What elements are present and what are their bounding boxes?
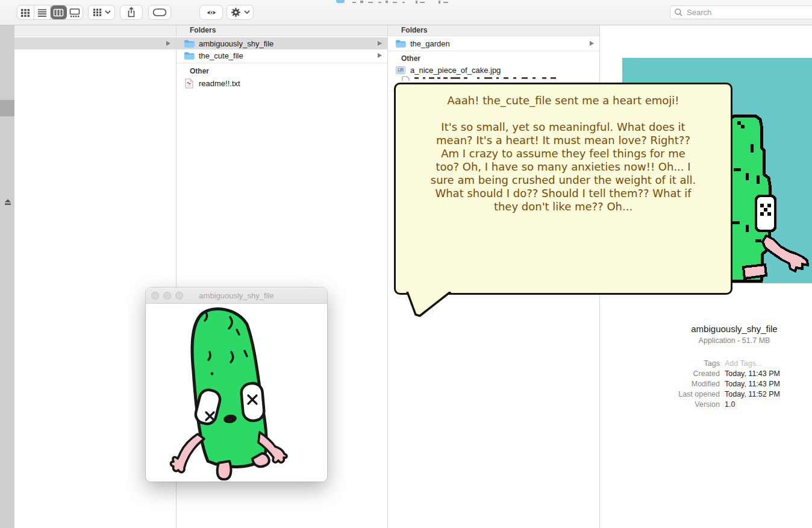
gallery-icon [69,8,80,17]
list-item-cake-jpg[interactable]: a_nice_piece_of_cake.jpg [388,64,599,76]
group-grid-icon [93,8,102,17]
file-icon [402,76,410,81]
speech-line: sure am being crushed under the weight o… [396,174,731,187]
proxy-folder-icon [336,0,345,3]
drawn-character-image [146,304,327,482]
speech-line: mean? It's a heart! It must mean love? R… [396,134,731,147]
list-item-label: readme!!.txt [199,79,240,88]
search-field[interactable] [670,5,812,19]
list-view-button[interactable] [34,5,51,19]
list-icon [37,8,47,17]
detail-row-version: Version 1.0 [600,400,812,410]
speech-line: What should I do?? Should I tell them?? … [396,187,731,200]
collapsed-sidebar [0,25,14,528]
add-tags-field[interactable]: Add Tags... [725,359,762,369]
speech-line: Aaah! the_cute_file sent me a heart emoj… [396,94,731,107]
detail-row-tags: Tags Add Tags... [600,359,812,369]
list-item-label: the_garden [410,39,450,48]
gear-icon [231,7,241,17]
zoom-button[interactable] [175,292,183,300]
list-item-the-cute-file[interactable]: the_cute_file [176,49,387,61]
preview-file-name: ambiguously_shy_file [622,324,812,334]
group-header-other: Other [388,51,599,64]
pixel-character-image [729,112,812,283]
list-item-label: a_nice_piece_of_cake.jpg [410,66,501,75]
tag-icon [152,8,167,17]
columns-icon [53,8,64,17]
grid-icon [20,8,30,17]
disclosure-arrow-icon [378,41,382,46]
character-window: ambiguously_shy_file [146,288,327,482]
tag-button[interactable] [148,5,171,20]
text-file-icon [184,78,195,89]
detail-row-created: Created Today, 11:43 PM [600,369,812,379]
folder-icon [184,51,195,60]
eject-icon[interactable] [4,198,12,206]
character-window-titlebar[interactable]: ambiguously_shy_file [146,288,327,304]
speech-line: Am I crazy to assume they feel things fo… [396,147,731,160]
group-header-folders: Folders [176,25,387,36]
speech-line: they don't like me?? Oh... [396,200,731,213]
list-item-the-garden[interactable]: the_garden [388,37,599,49]
chevron-down-icon [244,10,250,14]
sidebar-scroll-block [0,100,14,116]
group-menu-button[interactable] [88,5,115,20]
group-header-other: Other [176,63,387,77]
finder-window: Folders ambiguously_shy_file the_cute_fi… [0,0,812,528]
detail-row-last-opened: Last opened Today, 11:52 PM [600,389,812,400]
list-item-label: the_cute_file [199,51,243,60]
speech-bubble: Aaah! the_cute_file sent me a heart emoj… [394,83,732,295]
gallery-view-button[interactable] [67,5,83,19]
close-button[interactable] [151,292,159,300]
disclosure-arrow-icon [590,41,594,46]
share-button[interactable] [120,5,143,20]
disclosure-arrow-icon [166,41,170,46]
detail-row-modified: Modified Today, 11:43 PM [600,379,812,389]
eye-icon [206,8,217,17]
quick-look-button[interactable] [199,5,223,20]
selected-parent-row[interactable] [14,37,176,49]
speech-bubble-tail [400,292,458,319]
character-window-title: ambiguously_shy_file [199,291,273,300]
list-item-ambiguously-shy-file[interactable]: ambiguously_shy_file [176,37,387,49]
folder-icon [184,39,195,48]
list-item-readme-txt[interactable]: readme!!.txt [176,77,387,89]
speech-line: too? Oh, I have so many anxieties now!! … [396,160,731,174]
column-view-button[interactable] [51,5,67,19]
search-icon [674,8,683,17]
image-file-icon [395,66,406,74]
group-header [14,25,176,36]
disclosure-arrow-icon [378,53,382,58]
speech-line: It's so small, yet so meaningful. What d… [396,121,731,134]
group-header-folders: Folders [388,25,599,36]
view-mode-segmented-control [17,5,83,20]
minimize-button[interactable] [163,292,171,300]
action-menu-button[interactable] [226,5,254,20]
folder-icon [395,39,406,48]
chevron-down-icon [105,10,111,14]
preview-file-meta: Application - 51.7 MB [622,336,812,345]
icon-view-button[interactable] [17,5,34,19]
list-item-label: ambiguously_shy_file [199,39,273,48]
finder-toolbar [0,0,812,25]
share-icon [126,7,137,18]
preview-details: Tags Add Tags... Created Today, 11:43 PM… [600,359,812,410]
search-input[interactable] [686,7,796,17]
